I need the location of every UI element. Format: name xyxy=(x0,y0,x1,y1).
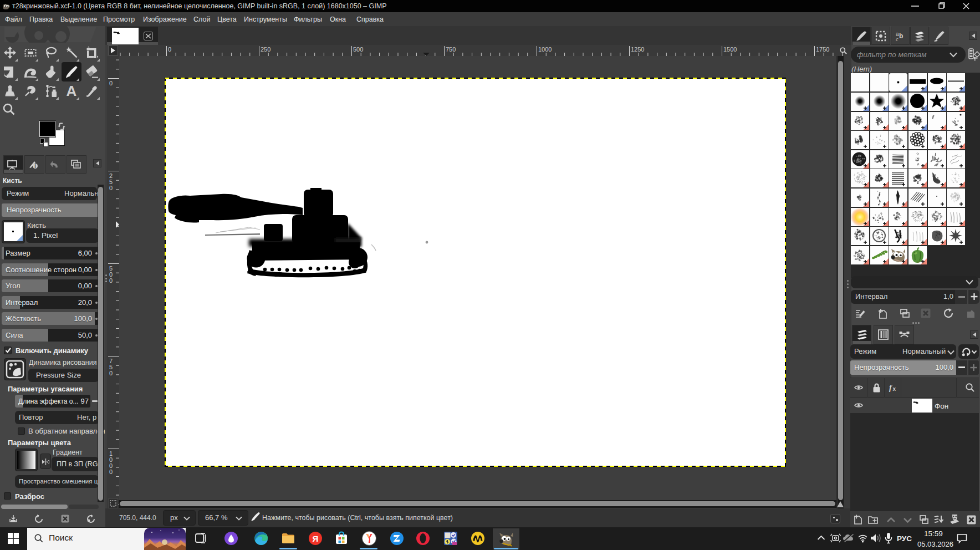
svg-text:Я: Я xyxy=(313,534,319,543)
